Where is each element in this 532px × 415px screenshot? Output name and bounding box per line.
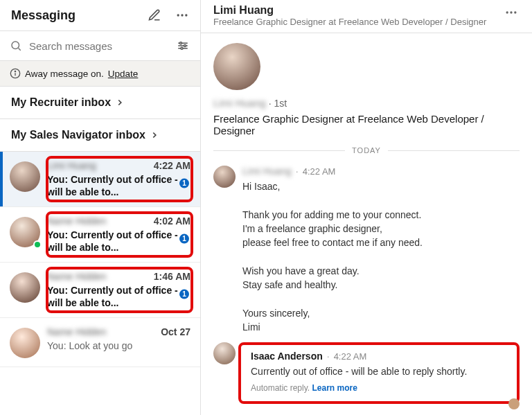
svg-point-12: [15, 71, 15, 71]
message: Isaac Anderson · 4:22 AM Currently out o…: [213, 338, 520, 407]
conversation-header: Limi Huang Freelance Graphic Designer at…: [201, 0, 532, 33]
message-sender[interactable]: Limi Huang: [242, 166, 292, 177]
search-icon: [10, 39, 22, 52]
thread-item[interactable]: Limi Huang 4:22 AM You: Currently out of…: [0, 152, 200, 207]
chevron-right-icon: [115, 98, 125, 107]
away-banner: Away message on. Update: [0, 61, 200, 87]
sales-navigator-inbox-section[interactable]: My Sales Navigator inbox: [0, 119, 200, 152]
profile-headline: Freelance Graphic Designer at Freelance …: [213, 113, 520, 136]
contact-name[interactable]: Limi Huang: [213, 4, 486, 17]
thread-time: 4:02 AM: [154, 215, 190, 227]
thread-time: 4:22 AM: [154, 160, 190, 171]
thread-time: Oct 27: [161, 326, 190, 337]
message-time: 4:22 AM: [334, 351, 367, 362]
presence-indicator: [33, 240, 42, 249]
sidebar-header: Messaging: [0, 0, 200, 31]
avatar[interactable]: [213, 342, 236, 364]
thread-snippet: You: Currently out of office - will be a…: [47, 229, 190, 254]
thread-item[interactable]: Name Hidden Oct 27 You: Look at you go: [0, 318, 200, 367]
thread-name: Name Hidden: [47, 215, 107, 227]
profile-name: Limi Huang: [213, 97, 266, 109]
avatar: [213, 43, 260, 90]
message-sender[interactable]: Isaac Anderson: [251, 351, 323, 362]
thread-snippet: You: Currently out of office - will be a…: [47, 285, 190, 309]
date-divider: TODAY: [213, 146, 520, 154]
message-text: Hi Isaac, Thank you for adding me to you…: [242, 179, 520, 334]
avatar: [10, 217, 40, 247]
sliders-icon: [177, 39, 189, 52]
thread-time: 1:46 AM: [154, 271, 190, 282]
svg-point-0: [177, 14, 179, 16]
conversation-more-button[interactable]: [503, 4, 520, 21]
svg-point-8: [184, 45, 186, 47]
search-input[interactable]: [29, 40, 168, 52]
learn-more-link[interactable]: Learn more: [312, 383, 357, 393]
thread-snippet: You: Currently out of office - will be a…: [47, 174, 190, 198]
thread-name: Name Hidden: [47, 271, 107, 282]
conversation-pane: Limi Huang Freelance Graphic Designer at…: [201, 0, 532, 415]
message: Limi Huang · 4:22 AM Hi Isaac, Thank you…: [213, 161, 520, 338]
svg-point-1: [181, 14, 183, 16]
svg-point-3: [12, 42, 19, 49]
avatar: [10, 328, 40, 358]
avatar: [10, 161, 40, 192]
thread-list: Limi Huang 4:22 AM You: Currently out of…: [0, 152, 200, 415]
away-banner-text: Away message on.: [25, 69, 104, 79]
annotation-highlight: Isaac Anderson · 4:22 AM Currently out o…: [238, 342, 520, 403]
section-label: My Recruiter inbox: [11, 96, 111, 109]
avatar[interactable]: [213, 166, 236, 188]
conversation-body: Limi Huang · 1st Freelance Graphic Desig…: [201, 33, 532, 415]
svg-point-9: [181, 47, 183, 49]
divider-label: TODAY: [352, 146, 381, 154]
svg-point-2: [185, 14, 187, 16]
thread-snippet: You: Look at you go: [47, 340, 190, 353]
svg-point-15: [514, 11, 516, 13]
more-button[interactable]: [174, 7, 190, 24]
search-row: [0, 31, 200, 61]
chevron-right-icon: [150, 130, 159, 140]
thread-name: Name Hidden: [47, 326, 107, 337]
away-update-link[interactable]: Update: [108, 69, 139, 79]
unread-badge: 1: [179, 178, 189, 188]
automatic-reply-tag: Automatic reply. Learn more: [251, 383, 507, 393]
info-icon: [10, 68, 21, 79]
svg-point-14: [510, 11, 512, 13]
compose-button[interactable]: [146, 7, 163, 24]
message-time: 4:22 AM: [303, 166, 336, 177]
section-label: My Sales Navigator inbox: [11, 129, 145, 141]
svg-point-7: [180, 42, 182, 44]
thread-name: Limi Huang: [47, 160, 96, 171]
ellipsis-icon: [175, 8, 189, 22]
message-text: Currently out of office - will be able t…: [251, 364, 507, 378]
compose-icon: [148, 8, 161, 22]
sidebar-title: Messaging: [11, 8, 76, 23]
avatar: [10, 272, 40, 303]
messaging-sidebar: Messaging Away message on. Update: [0, 0, 201, 415]
thread-item[interactable]: Name Hidden 4:02 AM You: Currently out o…: [0, 207, 200, 263]
unread-badge: 1: [179, 233, 189, 243]
contact-subtitle: Freelance Graphic Designer at Freelance …: [213, 17, 486, 27]
unread-badge: 1: [179, 289, 189, 299]
filter-button[interactable]: [175, 38, 190, 53]
read-receipt-avatar: [508, 398, 520, 409]
profile-inline[interactable]: Limi Huang · 1st Freelance Graphic Desig…: [213, 43, 520, 136]
recruiter-inbox-section[interactable]: My Recruiter inbox: [0, 87, 200, 119]
svg-point-13: [506, 11, 508, 13]
profile-degree: · 1st: [269, 98, 287, 109]
ellipsis-icon: [504, 6, 518, 19]
thread-item[interactable]: Name Hidden 1:46 AM You: Currently out o…: [0, 263, 200, 318]
